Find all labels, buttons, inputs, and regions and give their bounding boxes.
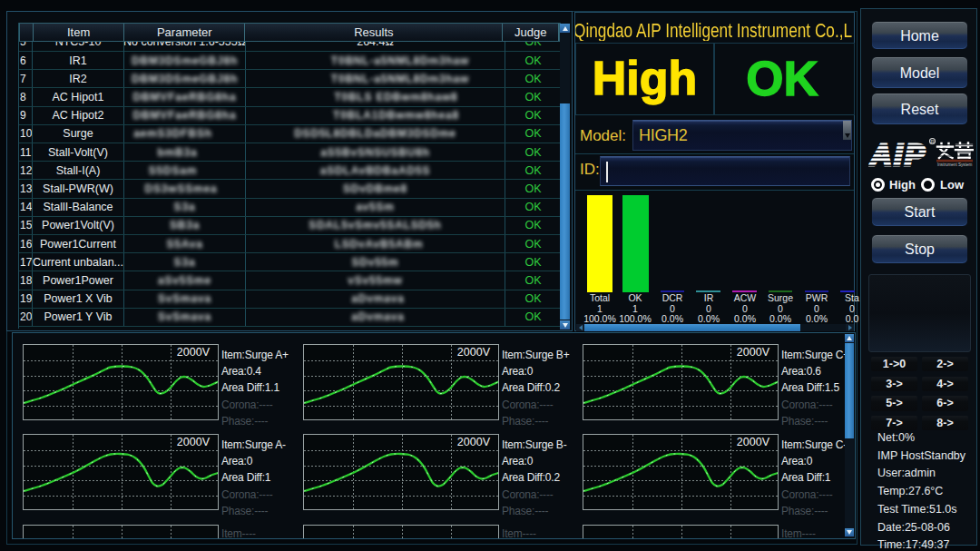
svg-text:Instrument System: Instrument System bbox=[937, 162, 972, 167]
svg-text:R: R bbox=[931, 139, 935, 144]
svg-text:AIP: AIP bbox=[869, 138, 927, 172]
